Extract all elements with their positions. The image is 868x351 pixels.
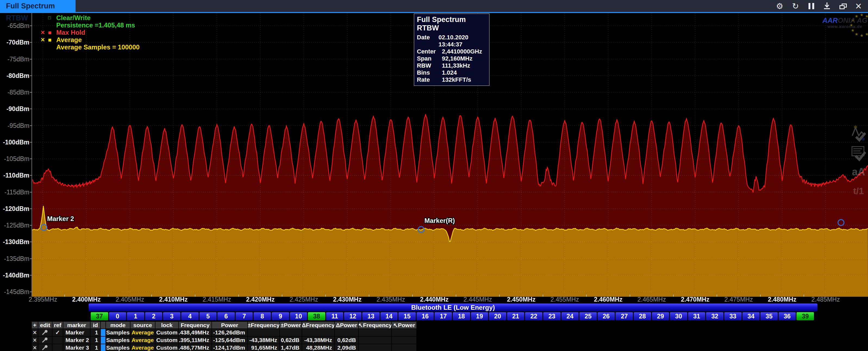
- x-axis-minor-tick: [804, 294, 804, 297]
- table-header-↖Power: ↖Power: [392, 322, 416, 328]
- x-axis-tick-label: 2.435MHz: [370, 296, 411, 303]
- x-axis-tick-label: 2.415MHz: [196, 296, 237, 303]
- max-hold-remove-icon[interactable]: ×: [41, 29, 48, 36]
- y-axis-tick-label: -145dBm: [2, 288, 29, 295]
- info-box-row: Span92,160MHz: [417, 55, 487, 62]
- ref-marker-checkbox[interactable]: ✓: [53, 329, 63, 336]
- ble-channel-24: 24: [561, 312, 579, 320]
- table-header-+: +: [32, 322, 38, 328]
- x-axis-minor-tick: [325, 294, 326, 297]
- marker-delta-power-cell: [335, 329, 358, 336]
- table-header-mode: mode: [106, 322, 130, 328]
- marker-visibility-icon[interactable]: [850, 125, 866, 143]
- x-axis-tick-label: 2.405MHz: [110, 296, 150, 303]
- y-axis-tick-label: -110dBm: [2, 172, 29, 179]
- edit-marker-button[interactable]: [38, 337, 52, 344]
- marker-peak-frequency-cell: [359, 337, 391, 344]
- y-axis-tick-mark: [30, 225, 32, 225]
- marker-name-cell: Marker 3: [63, 344, 90, 351]
- marker-peak-power-cell: [392, 344, 416, 351]
- edit-marker-button[interactable]: [38, 344, 52, 351]
- legend-average[interactable]: × ■ Average: [41, 36, 140, 43]
- ref-marker-checkbox[interactable]: [53, 344, 63, 351]
- y-axis-tick-mark: [30, 26, 32, 26]
- marker-name-cell: Marker: [63, 329, 90, 336]
- y-axis-tick-mark: [30, 159, 32, 159]
- remove-marker-button[interactable]: ×: [32, 337, 38, 344]
- y-axis-tick-mark: [30, 42, 32, 43]
- x-axis-minor-tick: [151, 294, 152, 297]
- edit-marker-button[interactable]: [38, 329, 52, 336]
- marker-delta-frequency-cell: 48,28MHz: [302, 344, 334, 351]
- ble-channel-2: 2: [145, 312, 162, 320]
- ble-channel-21: 21: [507, 312, 525, 320]
- y-axis-tick-mark: [30, 275, 32, 276]
- clear-write-checkbox-icon[interactable]: □: [48, 14, 56, 22]
- table-header-color: [101, 322, 105, 328]
- ref-marker-checkbox[interactable]: [53, 337, 63, 344]
- marker-color-swatch: [101, 329, 105, 336]
- y-axis-tick-label: -100dBm: [2, 139, 29, 146]
- remove-marker-button[interactable]: ×: [32, 329, 38, 336]
- marker-pm-frequency-cell: -43,38MHz: [248, 337, 279, 344]
- font-size-icon[interactable]: aA: [850, 166, 866, 178]
- marker-peak-frequency-cell: [359, 329, 391, 336]
- ble-channel-18: 18: [453, 312, 470, 320]
- marker-label: Marker(R): [425, 217, 455, 224]
- bluetooth-band-bar: Bluetooth LE (Low Energy): [89, 304, 817, 311]
- ble-channel-10: 10: [290, 312, 307, 320]
- x-axis-minor-tick: [282, 294, 282, 297]
- x-axis-tick-label: 2.460MHz: [588, 296, 628, 303]
- y-axis-tick-label: -125dBm: [2, 222, 29, 229]
- average-label: Average: [56, 36, 82, 43]
- remove-marker-button[interactable]: ×: [32, 344, 38, 351]
- y-axis-tick-mark: [30, 92, 32, 93]
- table-header-±Frequency: ±Frequency: [248, 322, 279, 328]
- info-box-row: Rate132kFFT/s: [417, 76, 487, 83]
- average-color-swatch-icon[interactable]: ■: [48, 36, 56, 43]
- table-header-source: source: [130, 322, 155, 328]
- marker-pm-power-cell: 0,62dB: [280, 337, 302, 344]
- table-header-±Power: ±Power: [280, 322, 302, 328]
- legend-max-hold[interactable]: × ■ Max Hold: [41, 29, 140, 36]
- x-axis-minor-tick: [195, 294, 195, 297]
- x-axis-minor-tick: [456, 294, 456, 297]
- legend-clear-write[interactable]: □ Clear/Write: [41, 14, 140, 22]
- ble-channel-20: 20: [489, 312, 506, 320]
- marker-delta-frequency-cell: [302, 329, 334, 336]
- ble-channel-34: 34: [742, 312, 760, 320]
- info-visibility-icon[interactable]: [850, 145, 866, 163]
- marker-delta-power-cell: 2,09dB: [335, 344, 358, 351]
- y-axis-tick-label: -75dBm: [2, 56, 29, 63]
- table-header-Power: Power: [212, 322, 247, 328]
- ble-channel-8: 8: [253, 312, 271, 320]
- table-header-ref: ref: [53, 322, 63, 328]
- y-axis-tick-label: -85dBm: [2, 89, 29, 96]
- info-box-title: Full Spectrum RTBW: [417, 15, 487, 32]
- x-axis-minor-tick: [369, 294, 369, 297]
- marker-name-cell: Marker 2: [63, 337, 90, 344]
- clear-write-label: Clear/Write: [56, 14, 91, 22]
- ble-channel-4: 4: [181, 312, 199, 320]
- ble-channel-33: 33: [724, 312, 742, 320]
- x-axis-minor-tick: [760, 294, 761, 297]
- ble-channel-37: 37: [91, 312, 108, 320]
- marker-id-cell: 1: [91, 337, 100, 344]
- marker-table: +editrefmarkeridmodesourcelockFrequencyP…: [32, 322, 416, 351]
- y-axis-tick-mark: [30, 291, 32, 292]
- y-axis-tick-label: -120dBm: [2, 205, 29, 212]
- aaronia-watermark-logo: AARONIA AG www.aaronia.de: [822, 16, 868, 29]
- table-header-marker: marker: [63, 322, 90, 328]
- ble-channel-15: 15: [398, 312, 416, 320]
- x-axis-minor-tick: [238, 294, 239, 297]
- marker-id-cell: 1: [91, 329, 100, 336]
- y-axis-tick-label: -95dBm: [2, 122, 29, 129]
- max-hold-color-swatch-icon[interactable]: ■: [48, 29, 56, 36]
- marker-power-cell: -126,26dBm: [212, 329, 247, 336]
- time-div-icon[interactable]: t/1: [850, 186, 866, 196]
- marker-delta-power-cell: 0,62dB: [335, 337, 358, 344]
- marker-id-cell: 1: [91, 344, 100, 351]
- x-axis-tick-label: 2.455MHz: [544, 296, 585, 303]
- average-remove-icon[interactable]: ×: [41, 36, 48, 43]
- x-axis-tick-label: 2.450MHz: [501, 296, 541, 303]
